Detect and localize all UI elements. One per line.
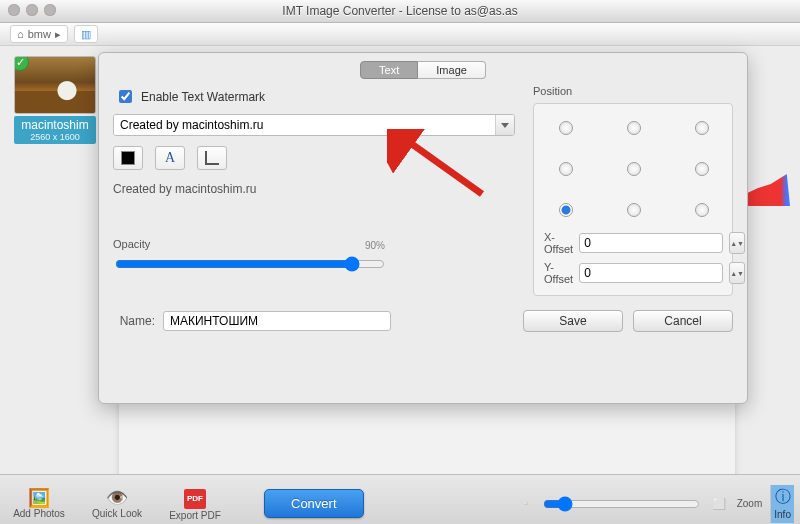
y-offset-label: Y-Offset <box>544 261 573 285</box>
opacity-value: 90% <box>365 240 385 251</box>
selected-check-icon: ✓ <box>14 56 29 71</box>
watermark-text-field[interactable] <box>114 115 495 135</box>
home-icon: ⌂ <box>17 23 24 45</box>
info-button[interactable]: ⓘ Info <box>770 485 794 523</box>
bottom-toolbar: 🖼️ Add Photos 👁️ Quick Look PDF Export P… <box>0 474 800 524</box>
pos-top-center[interactable] <box>627 121 641 135</box>
convert-button[interactable]: Convert <box>264 489 364 518</box>
zoom-label: Zoom <box>737 498 763 509</box>
info-label: Info <box>774 509 791 520</box>
x-offset-stepper[interactable]: ▲▼ <box>729 232 745 254</box>
text-color-button[interactable] <box>113 146 143 170</box>
breadcrumb-folder[interactable]: ▥ <box>74 25 98 43</box>
window-titlebar: IMT Image Converter - License to as@as.a… <box>0 0 800 23</box>
thumbnail-name: macintoshim <box>21 118 88 132</box>
pos-mid-right[interactable] <box>695 162 709 176</box>
pos-mid-center[interactable] <box>627 162 641 176</box>
enable-watermark-row[interactable]: Enable Text Watermark <box>115 87 515 106</box>
pos-bottom-center[interactable] <box>627 203 641 217</box>
zoom-slider[interactable] <box>543 496 700 512</box>
breadcrumb-root-label: bmw <box>28 23 51 45</box>
quick-look-button[interactable]: 👁️ Quick Look <box>78 489 156 519</box>
font-icon: A <box>165 150 175 166</box>
add-photos-button[interactable]: 🖼️ Add Photos <box>0 489 78 519</box>
zoom-small-icon: ▫️ <box>519 497 533 510</box>
pos-top-right[interactable] <box>695 121 709 135</box>
watermark-type-segmented: Text Image <box>113 61 733 79</box>
info-icon: ⓘ <box>775 487 791 508</box>
pos-bottom-left[interactable] <box>559 203 573 217</box>
export-pdf-label: Export PDF <box>169 510 221 521</box>
corner-icon <box>205 151 219 165</box>
save-button[interactable]: Save <box>523 310 623 332</box>
tab-text[interactable]: Text <box>360 61 418 79</box>
position-label: Position <box>533 85 733 97</box>
chevron-right-icon: ▸ <box>55 23 61 45</box>
zoom-window-button[interactable] <box>44 4 56 16</box>
position-box: X-Offset ▲▼ Y-Offset ▲▼ <box>533 103 733 296</box>
opacity-label: Opacity <box>113 238 515 250</box>
export-pdf-button[interactable]: PDF Export PDF <box>156 486 234 521</box>
add-photos-icon: 🖼️ <box>28 489 50 507</box>
breadcrumb-bar: ⌂ bmw ▸ ▥ <box>0 23 800 46</box>
zoom-large-icon: ◻️ <box>710 495 729 513</box>
watermark-preview-text: Created by macintoshim.ru <box>113 182 515 196</box>
enable-watermark-checkbox[interactable] <box>119 90 132 103</box>
pdf-icon: PDF <box>184 486 206 509</box>
window-title: IMT Image Converter - License to as@as.a… <box>282 4 517 18</box>
shadow-style-button[interactable] <box>197 146 227 170</box>
close-window-button[interactable] <box>8 4 20 16</box>
opacity-slider[interactable] <box>115 256 385 272</box>
add-photos-label: Add Photos <box>13 508 65 519</box>
watermark-sheet: Text Image Enable Text Watermark A <box>98 52 748 404</box>
quick-look-label: Quick Look <box>92 508 142 519</box>
position-grid <box>544 118 722 217</box>
preset-name-label: Name: <box>113 314 155 328</box>
pos-mid-left[interactable] <box>559 162 573 176</box>
y-offset-stepper[interactable]: ▲▼ <box>729 262 745 284</box>
dropdown-arrow-button[interactable] <box>495 115 514 135</box>
enable-watermark-label: Enable Text Watermark <box>141 90 265 104</box>
eye-icon: 👁️ <box>106 489 128 507</box>
chevron-down-icon <box>501 123 509 128</box>
tab-image[interactable]: Image <box>418 61 486 79</box>
pos-bottom-right[interactable] <box>695 203 709 217</box>
minimize-window-button[interactable] <box>26 4 38 16</box>
font-picker-button[interactable]: A <box>155 146 185 170</box>
x-offset-field[interactable] <box>579 233 723 253</box>
x-offset-label: X-Offset <box>544 231 573 255</box>
breadcrumb-home[interactable]: ⌂ bmw ▸ <box>10 25 68 43</box>
preset-name-field[interactable] <box>163 311 391 331</box>
pos-top-left[interactable] <box>559 121 573 135</box>
color-swatch-icon <box>121 151 135 165</box>
thumbnail-dimensions: 2560 x 1600 <box>14 132 96 142</box>
folder-icon: ▥ <box>81 23 91 45</box>
photo-thumbnail[interactable]: ✓ macintoshim 2560 x 1600 <box>14 56 96 144</box>
cancel-button[interactable]: Cancel <box>633 310 733 332</box>
watermark-text-combobox[interactable] <box>113 114 515 136</box>
window-controls[interactable] <box>8 4 56 16</box>
y-offset-field[interactable] <box>579 263 723 283</box>
